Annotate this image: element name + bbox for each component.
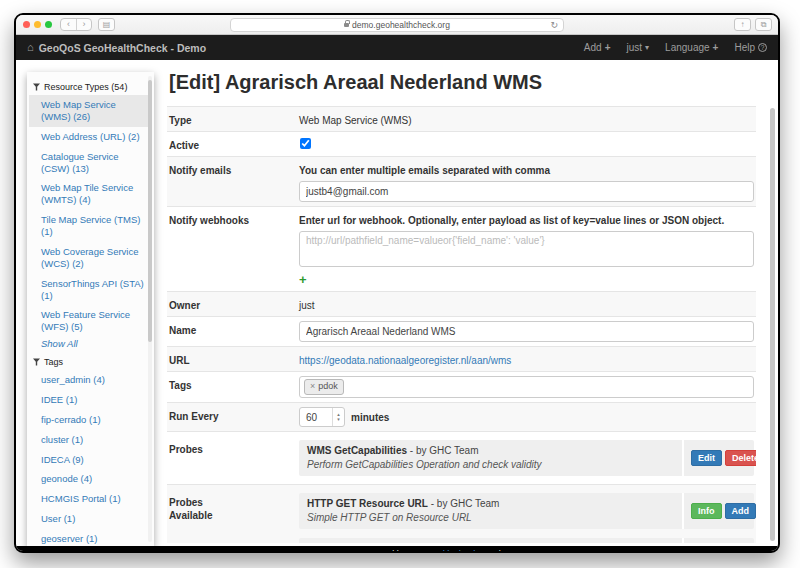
delete-button[interactable]: Delete xyxy=(725,450,756,467)
notify-emails-input[interactable] xyxy=(299,181,754,202)
sidebar-tag-geoserver[interactable]: geoserver (1) xyxy=(29,529,148,549)
probes-row: Probes WMS GetCapabilities - by GHC Team… xyxy=(167,431,756,484)
owner-value: just xyxy=(299,296,754,312)
sidebar-item-sta[interactable]: SensorThings API (STA) (1) xyxy=(29,274,148,306)
question-icon: ? xyxy=(758,43,767,52)
info-button[interactable]: Info xyxy=(691,503,722,520)
plus-icon: + xyxy=(605,42,611,53)
navbar-language-menu[interactable]: Language + xyxy=(665,42,718,53)
name-row: Name xyxy=(167,316,756,346)
stepper-down-icon[interactable]: ▾ xyxy=(337,417,340,423)
notify-webhooks-helper: Enter url for webhook. Optionally, enter… xyxy=(299,214,754,227)
name-input[interactable] xyxy=(299,321,754,342)
tag-chip-label: pdok xyxy=(318,381,338,393)
navbar-help-link[interactable]: Help ? xyxy=(734,42,767,53)
refresh-icon[interactable]: ↻ xyxy=(550,20,558,30)
sidebar-tag-user-admin[interactable]: user_admin (4) xyxy=(29,370,148,390)
type-value: Web Map Service (WMS) xyxy=(299,111,754,127)
browser-window: ‹ › ▤ demo.geohealthcheck.org ↻ ↑ ⧉ ⌂ Ge… xyxy=(14,13,780,553)
tags-header: Tags xyxy=(29,354,148,370)
active-label: Active xyxy=(169,136,299,152)
back-icon[interactable]: ‹ xyxy=(61,19,76,30)
page-title: [Edit] Agrarisch Areaal Nederland WMS xyxy=(169,71,756,94)
notify-emails-helper: You can enter multiple emails separated … xyxy=(299,164,754,177)
page-content: Resource Types (54) Web Map Service (WMS… xyxy=(16,60,778,546)
active-row: Active xyxy=(167,131,756,156)
probes-label: Probes xyxy=(169,440,299,456)
brand-label: GeoQoS GeoHealthCheck - Demo xyxy=(39,42,206,54)
probe-author: - by GHC Team xyxy=(428,498,500,509)
sidebar-item-csw[interactable]: Catalogue Service (CSW) (13) xyxy=(29,147,148,179)
notify-webhooks-row: Notify webhooks Enter url for webhook. O… xyxy=(167,206,756,291)
lock-icon xyxy=(344,23,349,27)
type-row: Type Web Map Service (WMS) xyxy=(167,106,756,131)
edit-button[interactable]: Edit xyxy=(691,450,722,467)
sidebar-tag-hcmgis-portal[interactable]: HCMGIS Portal (1) xyxy=(29,489,148,509)
remove-tag-icon[interactable]: × xyxy=(310,381,315,393)
url-text: demo.geohealthcheck.org xyxy=(352,20,450,30)
sidebar-item-wmts[interactable]: Web Map Tile Service (WMTS) (4) xyxy=(29,178,148,210)
run-every-value: 60 xyxy=(300,408,332,426)
sidebar-scrollbar-thumb[interactable] xyxy=(148,80,152,342)
url-row: URL https://geodata.nationaalgeoregister… xyxy=(167,346,756,371)
funnel-icon xyxy=(33,83,40,91)
tags-input[interactable]: × pdok xyxy=(299,376,754,398)
help-label: Help xyxy=(734,42,755,53)
active-checkbox[interactable] xyxy=(300,138,311,149)
share-icon[interactable]: ↑ xyxy=(734,18,751,31)
page-scrollbar-thumb[interactable] xyxy=(770,108,775,541)
sidebar-tag-user[interactable]: User (1) xyxy=(29,509,148,529)
notify-webhooks-textarea[interactable] xyxy=(299,231,754,267)
zoom-window-button[interactable] xyxy=(45,21,52,28)
app-navbar: ⌂ GeoQoS GeoHealthCheck - Demo Add + jus… xyxy=(16,35,778,60)
probe-author: - by GHC Team xyxy=(407,445,479,456)
sidebar-tag-ideca[interactable]: IDECA (9) xyxy=(29,450,148,470)
sidebar-show-all[interactable]: Show All xyxy=(29,337,148,354)
run-every-row: Run Every 60 ▴ ▾ minutes xyxy=(167,402,756,431)
home-icon: ⌂ xyxy=(27,42,34,53)
notify-emails-label: Notify emails xyxy=(169,161,299,177)
notify-webhooks-label: Notify webhooks xyxy=(169,211,299,227)
sidebar-tag-fip-cerrado[interactable]: fip-cerrado (1) xyxy=(29,410,148,430)
address-bar[interactable]: demo.geohealthcheck.org ↻ xyxy=(230,18,564,32)
probes-available-label: Probes Available xyxy=(169,493,299,522)
probe-name: WMS GetCapabilities xyxy=(307,445,407,456)
tags-row: Tags × pdok xyxy=(167,371,756,402)
add-webhook-button[interactable]: + xyxy=(299,273,307,286)
sidebar-tag-geonode[interactable]: geonode (4) xyxy=(29,469,148,489)
probe-description: Simple HTTP GET on Resource URL xyxy=(307,512,472,523)
navbar-user-menu[interactable]: just ▾ xyxy=(627,42,650,53)
tags-label: Tags xyxy=(169,376,299,392)
browser-toolbar: ‹ › ▤ demo.geohealthcheck.org ↻ ↑ ⧉ xyxy=(16,15,778,35)
navbar-add-menu[interactable]: Add + xyxy=(584,42,611,53)
footer-powered-by: Powered by xyxy=(359,549,407,554)
close-window-button[interactable] xyxy=(23,21,30,28)
sidebar-item-web-address-url[interactable]: Web Address (URL) (2) xyxy=(29,127,148,147)
sidebar-item-wms[interactable]: Web Map Service (WMS) (26) xyxy=(29,95,148,127)
plus-icon: + xyxy=(713,42,719,53)
run-every-stepper[interactable]: 60 ▴ ▾ xyxy=(299,407,345,427)
minimize-window-button[interactable] xyxy=(34,21,41,28)
sidebar-item-wcs[interactable]: Web Coverage Service (WCS) (2) xyxy=(29,242,148,274)
brand-link[interactable]: ⌂ GeoQoS GeoHealthCheck - Demo xyxy=(27,42,206,54)
footer-version: 0.8.dev0 xyxy=(481,549,516,554)
forward-icon[interactable]: › xyxy=(76,19,91,30)
traffic-lights xyxy=(23,21,52,28)
sidebar-tag-idee[interactable]: IDEE (1) xyxy=(29,390,148,410)
resource-url-link[interactable]: https://geodata.nationaalgeoregister.nl/… xyxy=(299,355,511,366)
sidebar-tag-spain[interactable]: SPAIN (1) xyxy=(29,549,148,553)
history-buttons: ‹ › xyxy=(60,18,92,31)
tabs-icon[interactable]: ⧉ xyxy=(755,18,772,31)
user-label: just xyxy=(627,42,643,53)
sidebar-item-tms[interactable]: Tile Map Service (TMS) (1) xyxy=(29,210,148,242)
owner-row: Owner just xyxy=(167,291,756,316)
probe-card-http-get: HTTP GET Resource URL - by GHC Team Simp… xyxy=(299,493,754,529)
probe-card-http-post: HTTP POST Resource URL with body - by GH… xyxy=(299,538,754,543)
geohealthcheck-link[interactable]: GeoHealthCheck xyxy=(409,549,478,554)
sidebar-tag-cluster[interactable]: cluster (1) xyxy=(29,430,148,450)
probe-card-getcapabilities: WMS GetCapabilities - by GHC Team Perfor… xyxy=(299,440,754,476)
add-button[interactable]: Add xyxy=(725,503,757,520)
sidebar-toggle-icon[interactable]: ▤ xyxy=(98,18,115,31)
sidebar-item-wfs[interactable]: Web Feature Service (WFS) (5) xyxy=(29,305,148,337)
run-every-unit: minutes xyxy=(351,411,389,424)
